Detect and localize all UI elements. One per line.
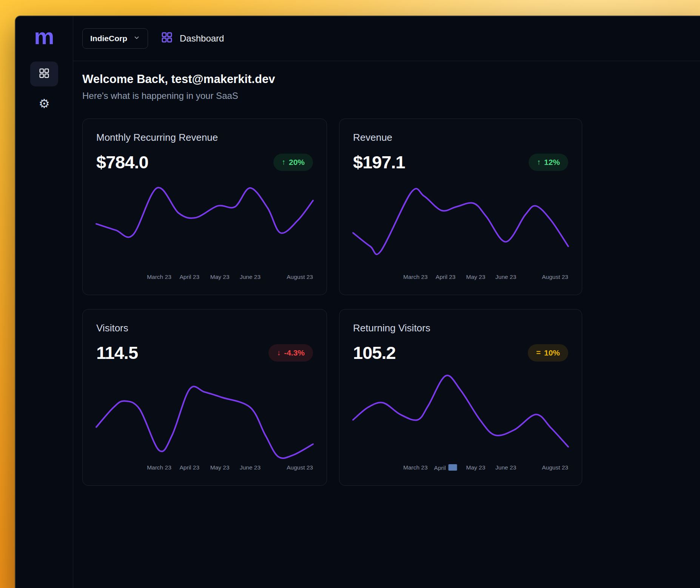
- x-axis-label: June 23: [240, 464, 261, 471]
- revenue-card: Revenue $197.1 ↑ 12% March 23April 23May…: [339, 119, 582, 295]
- card-title: Returning Visitors: [353, 322, 568, 334]
- x-axis-label: March 23: [403, 464, 428, 471]
- x-axis-label: June 23: [495, 464, 516, 471]
- page-title: Dashboard: [180, 33, 224, 44]
- x-axis-label: August 23: [542, 274, 568, 280]
- dashboard-grid-icon-purple: [161, 31, 173, 46]
- x-axis-labels: March 23April 23May 23June 23August 23: [353, 274, 568, 282]
- x-axis-label: June 23: [240, 274, 261, 280]
- equals-icon: =: [536, 348, 541, 357]
- x-axis-label: May 23: [210, 464, 230, 471]
- chart-svg: [353, 371, 568, 461]
- line-chart: March 23April 23May 23June 23August 23: [96, 371, 313, 473]
- card-title: Visitors: [96, 322, 313, 334]
- organization-name: IndieCorp: [90, 34, 127, 43]
- trend-value: 10%: [544, 348, 560, 357]
- arrow-up-icon: ↑: [282, 158, 285, 166]
- card-title: Revenue: [353, 132, 568, 143]
- x-axis-label: June 23: [495, 274, 516, 280]
- app-window: m ⚙ IndieCorp: [15, 16, 700, 588]
- metric-value: $784.0: [96, 152, 148, 172]
- chevron-down-icon: [133, 34, 140, 43]
- returning-visitors-card: Returning Visitors 105.2 = 10% March 23A…: [339, 309, 582, 486]
- trend-value: 20%: [289, 158, 305, 167]
- line-chart: March 23April 23May 23June 23August 23: [96, 181, 313, 282]
- selection-box: [449, 464, 457, 471]
- mrr-card: Monthly Recurring Revenue $784.0 ↑ 20% M…: [82, 119, 327, 295]
- trend-value: -4.3%: [284, 348, 305, 357]
- visitors-card: Visitors 114.5 ↓ -4.3% March 23April 23M…: [82, 309, 327, 486]
- sidebar-item-settings[interactable]: ⚙: [30, 91, 58, 116]
- x-axis-label: May 23: [466, 274, 485, 280]
- line-chart: March 23AprilMay 23June 23August 23: [353, 371, 568, 473]
- x-axis-labels: March 23AprilMay 23June 23August 23: [353, 464, 568, 473]
- x-axis-labels: March 23April 23May 23June 23August 23: [96, 274, 313, 282]
- x-axis-label: April 23: [180, 274, 200, 280]
- x-axis-label: March 23: [147, 464, 171, 471]
- content: Welcome Back, test@makerkit.dev Here's w…: [73, 61, 700, 486]
- chart-svg: [96, 181, 313, 271]
- trend-badge: = 10%: [528, 344, 568, 362]
- x-axis-label: April: [434, 464, 457, 471]
- x-axis-label: August 23: [542, 464, 568, 471]
- sidebar-item-dashboard[interactable]: [30, 62, 58, 86]
- dashboard-grid-icon: [39, 68, 50, 80]
- sidebar: m ⚙: [15, 16, 73, 588]
- trend-badge: ↓ -4.3%: [268, 344, 313, 362]
- gear-icon: ⚙: [39, 97, 50, 110]
- x-axis-label: May 23: [210, 274, 230, 280]
- x-axis-label: May 23: [466, 464, 485, 471]
- x-axis-label: March 23: [147, 274, 171, 280]
- x-axis-label: August 23: [287, 464, 313, 471]
- trend-value: 12%: [544, 158, 560, 167]
- metric-value: 105.2: [353, 342, 396, 363]
- arrow-up-icon: ↑: [537, 158, 541, 166]
- x-axis-label: April 23: [180, 464, 200, 471]
- arrow-down-icon: ↓: [277, 348, 281, 357]
- welcome-subtitle: Here's what is happening in your SaaS: [82, 91, 698, 101]
- chart-svg: [353, 181, 568, 271]
- organization-selector[interactable]: IndieCorp: [82, 28, 148, 49]
- x-axis-labels: March 23April 23May 23June 23August 23: [96, 464, 313, 473]
- x-axis-label: August 23: [287, 274, 313, 280]
- chart-svg: [96, 371, 313, 461]
- card-title: Monthly Recurring Revenue: [96, 132, 313, 143]
- top-bar: IndieCorp Dashboard: [73, 16, 700, 61]
- trend-badge: ↑ 12%: [529, 154, 568, 171]
- makerkit-logo[interactable]: m: [34, 25, 54, 48]
- x-axis-label: April 23: [436, 274, 456, 280]
- page-title-group: Dashboard: [161, 31, 224, 46]
- metric-value: $197.1: [353, 152, 405, 172]
- trend-badge: ↑ 20%: [273, 154, 313, 171]
- line-chart: March 23April 23May 23June 23August 23: [353, 181, 568, 282]
- x-axis-label: March 23: [403, 274, 428, 280]
- main-area: IndieCorp Dashboard: [73, 16, 700, 588]
- metric-cards-grid: Monthly Recurring Revenue $784.0 ↑ 20% M…: [82, 119, 698, 486]
- metric-value: 114.5: [96, 342, 138, 363]
- welcome-heading: Welcome Back, test@makerkit.dev: [82, 72, 698, 86]
